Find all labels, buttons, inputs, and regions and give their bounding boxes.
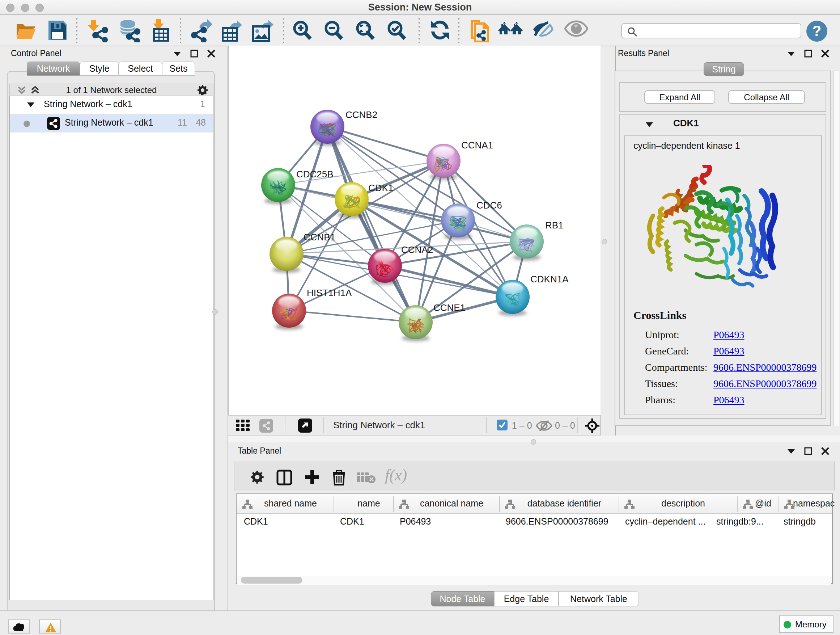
svg-text:RB1: RB1 [545, 220, 564, 231]
svg-text:CCNE1: CCNE1 [433, 302, 465, 313]
svg-text:CCNA2: CCNA2 [401, 244, 433, 255]
svg-text:CDKN1A: CDKN1A [531, 274, 569, 285]
svg-text:CDC6: CDC6 [477, 200, 502, 211]
svg-text:?: ? [813, 23, 821, 39]
svg-text:CCNA1: CCNA1 [461, 140, 493, 150]
svg-text:CDK1: CDK1 [368, 182, 393, 193]
svg-text:HIST1H1A: HIST1H1A [307, 287, 352, 298]
svg-text:CCNB1: CCNB1 [303, 232, 335, 242]
svg-text:CDC25B: CDC25B [296, 169, 333, 180]
svg-text:CCNB2: CCNB2 [346, 109, 377, 120]
